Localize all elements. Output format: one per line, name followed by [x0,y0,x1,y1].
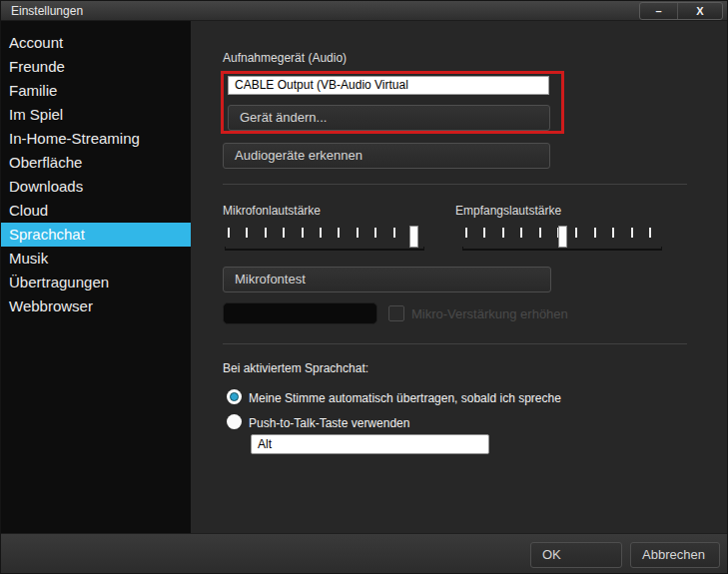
microphone-volume-label: Mikrofonlautstärke [223,204,321,218]
cancel-button[interactable]: Abbrechen [630,542,720,568]
voice-settings-panel: Aufnahmegerät (Audio) CABLE Output (VB-A… [191,21,728,533]
minimize-icon: – [655,5,661,17]
title-bar: Einstellungen – X [1,1,728,21]
microphone-level-meter [223,302,377,324]
slider-ticks [225,228,424,239]
mic-boost-checkbox[interactable] [388,305,404,321]
slider-track [225,247,424,251]
mic-boost-label: Mikro-Verstärkung erhöhen [411,306,568,321]
divider [223,343,687,344]
sidebar-item-freunde[interactable]: Freunde [1,55,191,79]
close-icon: X [696,5,703,17]
sidebar-item-cloud[interactable]: Cloud [1,199,191,223]
sidebar-item-downloads[interactable]: Downloads [1,175,191,199]
radio-dot [230,392,239,401]
sidebar-item-oberflaeche[interactable]: Oberfläche [1,151,191,175]
voice-chat-mode-label: Bei aktiviertem Sprachchat: [223,361,368,375]
slider-track [462,247,662,251]
window-title: Einstellungen [11,1,83,21]
slider-handle[interactable] [409,226,418,248]
slider-handle[interactable] [558,226,567,248]
push-to-talk-radio[interactable] [227,414,242,429]
push-to-talk-key-input[interactable]: Alt [251,434,489,454]
sidebar-item-im-spiel[interactable]: Im Spiel [1,103,191,127]
recording-device-dropdown[interactable]: CABLE Output (VB-Audio Virtual [228,76,549,95]
microphone-test-button[interactable]: Mikrofontest [223,267,551,292]
sidebar-item-musik[interactable]: Musik [1,247,191,271]
recording-device-label: Aufnahmegerät (Audio) [223,51,347,65]
microphone-volume-slider[interactable] [225,225,424,251]
sidebar-item-sprachchat[interactable]: Sprachchat [1,223,191,247]
sidebar-item-familie[interactable]: Familie [1,79,191,103]
settings-window: Einstellungen – X Account Freunde Famili… [0,0,728,574]
close-button[interactable]: X [678,3,722,19]
change-device-button[interactable]: Gerät ändern... [228,105,550,131]
sidebar-item-account[interactable]: Account [1,31,191,55]
settings-sidebar: Account Freunde Familie Im Spiel In-Home… [1,21,191,533]
dialog-footer: OK Abbrechen [1,533,728,574]
divider [223,184,687,185]
minimize-button[interactable]: – [640,3,678,19]
ok-button[interactable]: OK [530,542,622,568]
sidebar-item-uebertragungen[interactable]: Übertragungen [1,271,191,294]
receive-volume-slider[interactable] [462,225,662,251]
sidebar-item-in-home-streaming[interactable]: In-Home-Streaming [1,127,191,151]
sidebar-item-webbrowser[interactable]: Webbrowser [1,294,191,318]
receive-volume-label: Empfangslautstärke [455,204,561,218]
window-controls: – X [639,2,723,20]
auto-transmit-radio[interactable] [227,389,242,404]
detect-audio-devices-button[interactable]: Audiogeräte erkennen [223,143,550,169]
push-to-talk-label: Push-to-Talk-Taste verwenden [249,416,409,430]
auto-transmit-label: Meine Stimme automatisch übertragen, sob… [249,391,561,405]
